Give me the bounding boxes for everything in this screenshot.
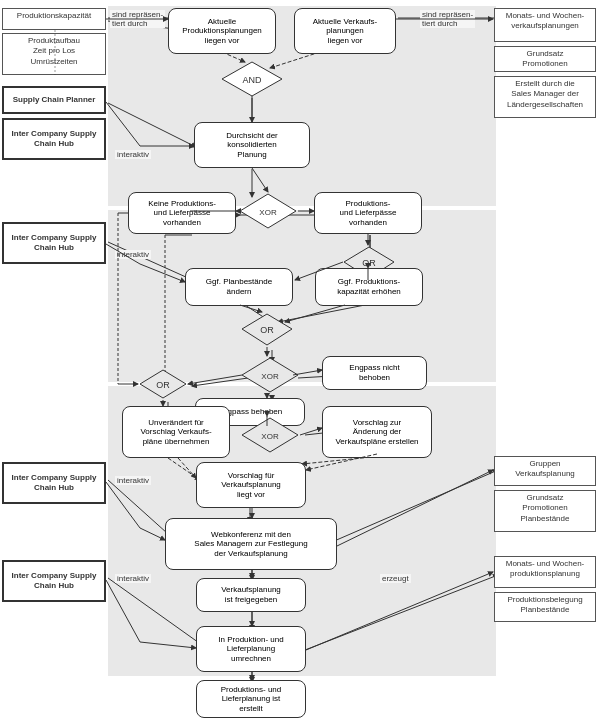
produktaufbau-box: Produktaufbau Zeit pro Los Umrüstzeiten: [2, 33, 106, 75]
grundsatz-promotionen-box: Grundsatz Promotionen: [494, 46, 596, 72]
interaktiv-label-2: interaktiv: [115, 250, 151, 259]
svg-text:AND: AND: [242, 75, 262, 85]
gruppen-verkaufsplanung-box: Gruppen Verkaufsplanung: [494, 456, 596, 486]
svg-text:XOR: XOR: [259, 208, 277, 217]
xor-gate-3: XOR: [240, 416, 300, 454]
durchsicht-konsolidierten: Durchsicht derkonsolidiertenPlanung: [194, 122, 310, 168]
or-gate-2: OR: [240, 312, 294, 347]
svg-text:OR: OR: [260, 325, 274, 335]
svg-text:OR: OR: [156, 380, 170, 390]
in-produktion-lieferplanung: In Produktion- undLieferplanungumrechnen: [196, 626, 306, 672]
inter-company-hub2-box: Inter Company Supply Chain Hub: [2, 222, 106, 264]
engpass-nicht-behoben: Engpass nichtbehoben: [322, 356, 427, 390]
monats-wochen-box: Monats- und Wochen- verkaufsplanungen: [494, 8, 596, 42]
produktionsbelegung-box: Produktionsbelegung Planbestände: [494, 592, 596, 622]
and-gate: AND: [220, 60, 284, 98]
svg-text:OR: OR: [362, 258, 376, 268]
unverandert-vorschlag: Unverändert fürVorschlag Verkaufs-pläne …: [122, 406, 230, 458]
section-bg-2: [108, 210, 496, 382]
ggf-planbestande: Ggf. Planbeständeändern: [185, 268, 293, 306]
inter-company-hub1-box: Inter Company Supply Chain Hub: [2, 118, 106, 160]
supply-chain-planner-box: Supply Chain Planner: [2, 86, 106, 114]
interaktiv-label-3: interaktiv: [115, 476, 151, 485]
xor-gate-1: XOR: [238, 192, 298, 230]
sind-repraesentiert-durch-2: sind repräsen-tiert durch: [420, 10, 475, 28]
interaktiv-label-1: interaktiv: [115, 150, 151, 159]
xor-gate-2: XOR: [240, 356, 300, 396]
svg-text:XOR: XOR: [261, 432, 279, 441]
interaktiv-label-4: interaktiv: [115, 574, 151, 583]
vorschlag-verkaufsplanung: Vorschlag fürVerkaufsplanungliegt vor: [196, 462, 306, 508]
aktuelle-verkaufsplanungen: Aktuelle Verkaufs-planungenliegen vor: [294, 8, 396, 54]
grundsatz-promotionen2-box: Grundsatz Promotionen Planbestände: [494, 490, 596, 532]
erzeugt-label: erzeugt: [380, 574, 411, 583]
keine-produktions: Keine Produktions-und Lieferpässevorhand…: [128, 192, 236, 234]
inter-company-hub3-box: Inter Company Supply Chain Hub: [2, 462, 106, 504]
sind-repraesentiert-durch-1: sind repräsen-tiert durch: [110, 10, 165, 28]
webkonferenz: Webkonferenz mit denSales Managern zur F…: [165, 518, 337, 570]
produktions-lieferplanung-erstellt: Produktions- undLieferplanung isterstell…: [196, 680, 306, 718]
vorschlag-anderung: Vorschlag zurÄnderung derVerkaufspläne e…: [322, 406, 432, 458]
erstellt-durch-box: Erstellt durch die Sales Manager der Län…: [494, 76, 596, 118]
produktionskapazitat-box: Produktionskapazität: [2, 8, 106, 30]
diagram-container: Produktionskapazität Produktaufbau Zeit …: [0, 0, 600, 722]
inter-company-hub4-box: Inter Company Supply Chain Hub: [2, 560, 106, 602]
svg-text:XOR: XOR: [261, 372, 279, 381]
monats-wochen-prod-box: Monats- und Wochen- produktionsplanung: [494, 556, 596, 588]
produktions-lieferpasse-vorhanden: Produktions-und Lieferpässevorhanden: [314, 192, 422, 234]
ggf-produktionskapazitat: Ggf. Produktions-kapazität erhöhen: [315, 268, 423, 306]
verkaufsplanung-freigegeben: Verkaufsplanungist freigegeben: [196, 578, 306, 612]
aktuelle-produktionsplanungen: AktuelleProduktionsplanungenliegen vor: [168, 8, 276, 54]
or-gate-3: OR: [138, 368, 188, 400]
